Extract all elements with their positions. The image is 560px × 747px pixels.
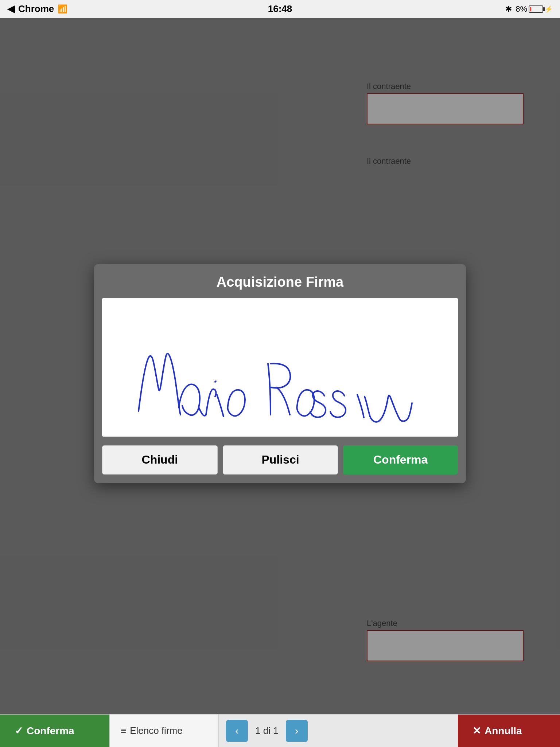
bottom-toolbar: ✓ Conferma ≡ Elenco firme ‹ 1 di 1 › ✕ A… [0,714,560,747]
confirm-bottom-button[interactable]: ✓ Conferma [0,715,109,747]
conferma-modal-button[interactable]: Conferma [343,445,458,475]
check-icon: ✓ [15,725,23,737]
status-bar-right: ✱ 8% ⚡ [505,4,553,14]
modal-buttons: Chiudi Pulisci Conferma [94,437,466,483]
list-icon: ≡ [121,725,126,736]
pulisci-button[interactable]: Pulisci [223,445,338,475]
app-name: Chrome [18,3,54,15]
next-page-button[interactable]: › [286,720,308,742]
battery-percent: 8% [516,4,527,14]
confirm-bottom-label: Conferma [27,725,74,737]
modal-title: Acquisizione Firma [217,274,343,290]
battery-fill [530,7,531,11]
modal-header: Acquisizione Firma [94,264,466,298]
status-bar-time: 16:48 [268,3,292,15]
annulla-button[interactable]: ✕ Annulla [458,715,560,747]
pagination-area: ‹ 1 di 1 › [219,720,315,742]
battery-icon [529,5,543,13]
modal-overlay: Acquisizione Firma [0,0,560,747]
signature-canvas[interactable] [102,298,458,437]
wifi-icon: 📶 [58,4,67,14]
charge-icon: ⚡ [545,5,553,13]
signature-svg [102,298,458,437]
chiudi-button[interactable]: Chiudi [102,445,218,475]
prev-page-button[interactable]: ‹ [226,720,248,742]
battery-container: 8% ⚡ [516,4,553,14]
elenco-firme-button[interactable]: ≡ Elenco firme [109,715,219,747]
annulla-label: Annulla [485,725,522,737]
close-icon: ✕ [472,725,481,737]
elenco-firme-label: Elenco firme [130,725,183,736]
bluetooth-icon: ✱ [505,4,512,14]
status-bar-left: ◀ Chrome 📶 [7,3,67,15]
chevron-right-icon: › [295,725,298,737]
status-bar: ◀ Chrome 📶 16:48 ✱ 8% ⚡ [0,0,560,18]
page-indicator: 1 di 1 [252,725,282,736]
chevron-left-icon: ‹ [235,725,238,737]
signature-modal: Acquisizione Firma [94,264,466,483]
back-arrow-icon[interactable]: ◀ [7,3,15,15]
